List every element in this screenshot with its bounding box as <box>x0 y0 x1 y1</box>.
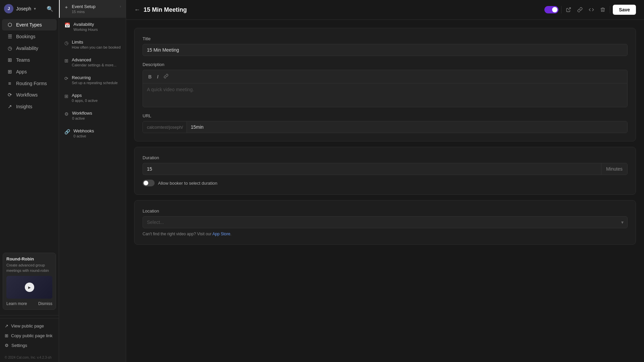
allow-duration-toggle[interactable] <box>143 180 155 186</box>
teams-icon: ⊞ <box>7 57 13 63</box>
topbar-divider-2 <box>610 6 610 13</box>
description-input[interactable]: A quick video meeting. <box>143 83 627 107</box>
copy-public-link-button[interactable]: ⊞ Copy public page link <box>2 331 57 341</box>
workflows-title: Workflows <box>72 111 92 116</box>
settings-button[interactable]: ⚙ Settings <box>2 341 57 350</box>
recurring-title: Recurring <box>72 75 118 80</box>
sidebar-item-event-types[interactable]: ⬡ Event Types <box>2 19 57 31</box>
middle-item-workflows[interactable]: ⚙ Workflows 0 active <box>59 107 126 124</box>
bold-button[interactable]: B <box>146 73 154 80</box>
learn-more-button[interactable]: Learn more <box>6 301 27 306</box>
limits-title: Limits <box>72 40 121 45</box>
middle-panel: ✦ Event Setup 15 mins › 📅 Availability W… <box>59 0 126 362</box>
app-store-text: Can't find the right video app? Visit ou… <box>143 232 628 236</box>
availability-title: Availability <box>73 22 98 27</box>
search-button[interactable]: 🔍 <box>45 4 55 13</box>
preview-button[interactable] <box>564 5 573 14</box>
delete-button[interactable] <box>598 5 607 14</box>
copyright: © 2024 Cal.com, Inc. v.4.2.3-sh <box>0 354 59 362</box>
event-types-icon: ⬡ <box>7 22 13 28</box>
save-button[interactable]: Save <box>613 5 636 15</box>
topbar: ← 15 Min Meeting <box>126 0 644 20</box>
event-setup-icon: ✦ <box>64 5 68 10</box>
availability-sub: Working Hours <box>73 27 98 32</box>
duration-unit: Minutes <box>601 163 628 175</box>
settings-icon: ⚙ <box>5 343 9 348</box>
middle-item-availability[interactable]: 📅 Availability Working Hours <box>59 18 126 36</box>
main-content: ← 15 Min Meeting <box>126 0 644 362</box>
sidebar-item-label: Workflows <box>16 92 38 98</box>
location-select[interactable]: Select... <box>143 216 628 228</box>
description-label: Description <box>143 62 628 67</box>
italic-button[interactable]: I <box>155 73 160 80</box>
app-store-link[interactable]: App Store <box>212 232 230 236</box>
allow-duration-row: Allow booker to select duration <box>143 180 628 186</box>
routing-forms-icon: ≡ <box>7 80 13 86</box>
form-content: Title Description B I A quick video meet… <box>126 20 644 258</box>
sidebar-item-insights[interactable]: ↗ Insights <box>2 101 57 112</box>
sidebar-item-label: Event Types <box>16 22 42 27</box>
sidebar-item-workflows[interactable]: ⟳ Workflows <box>2 89 57 101</box>
limits-icon: ◷ <box>64 40 68 46</box>
event-setup-title: Event Setup <box>72 4 96 9</box>
sidebar-item-bookings[interactable]: ☰ Bookings <box>2 31 57 42</box>
chevron-down-icon: ▾ <box>34 6 36 11</box>
workflows-icon: ⚙ <box>64 111 69 117</box>
advanced-title: Advanced <box>72 57 116 62</box>
external-link-icon: ↗ <box>5 323 8 328</box>
sidebar-item-label: Bookings <box>16 34 36 39</box>
dismiss-button[interactable]: Dismiss <box>38 301 52 306</box>
link-toolbar-button[interactable] <box>162 73 170 80</box>
workflows-sub: 0 active <box>72 116 92 120</box>
page-title: 15 Min Meeting <box>144 6 187 13</box>
copy-link-label: Copy public page link <box>11 333 53 338</box>
apps-icon: ⊞ <box>64 94 68 99</box>
middle-item-recurring[interactable]: ⟳ Recurring Set up a repeating schedule <box>59 71 126 89</box>
user-menu[interactable]: J Joseph ▾ 🔍 <box>0 0 59 17</box>
svg-line-0 <box>568 8 571 10</box>
sidebar-item-apps[interactable]: ⊞ Apps <box>2 66 57 77</box>
sidebar: J Joseph ▾ 🔍 ⬡ Event Types ☰ Bookings ◷ … <box>0 0 59 362</box>
duration-input[interactable] <box>143 163 601 175</box>
advanced-icon: ⊞ <box>64 58 68 63</box>
location-section: Location Select... ▾ Can't find the righ… <box>134 200 636 245</box>
description-editor: B I A quick video meeting. <box>143 70 628 107</box>
embed-button[interactable] <box>587 5 596 14</box>
middle-item-webhooks[interactable]: 🔗 Webhooks 0 active <box>59 124 126 142</box>
middle-item-advanced[interactable]: ⊞ Advanced Calendar settings & more... <box>59 53 126 71</box>
duration-label: Duration <box>143 155 628 160</box>
event-active-toggle[interactable] <box>544 6 558 13</box>
sidebar-item-teams[interactable]: ⊞ Teams <box>2 54 57 66</box>
link-button[interactable] <box>576 5 584 14</box>
availability-icon: 📅 <box>64 22 70 28</box>
promo-title: Round-Robin <box>6 256 52 261</box>
user-name: Joseph <box>16 6 31 11</box>
middle-item-apps[interactable]: ⊞ Apps 0 apps, 0 active <box>59 89 126 107</box>
workflows-icon: ⟳ <box>7 92 13 98</box>
availability-icon: ◷ <box>7 45 13 51</box>
location-label: Location <box>143 208 628 214</box>
duration-row: Minutes <box>143 163 628 175</box>
sidebar-item-label: Teams <box>16 57 30 63</box>
url-input[interactable] <box>187 121 627 133</box>
topbar-divider <box>561 6 561 13</box>
advanced-sub: Calendar settings & more... <box>72 63 116 67</box>
view-public-page-button[interactable]: ↗ View public page <box>2 321 57 331</box>
location-select-wrapper: Select... ▾ <box>143 216 628 228</box>
sidebar-item-availability[interactable]: ◷ Availability <box>2 43 57 54</box>
sidebar-item-routing-forms[interactable]: ≡ Routing Forms <box>2 78 57 89</box>
play-button[interactable]: ▶ <box>25 283 34 292</box>
sidebar-item-label: Apps <box>16 69 27 74</box>
chevron-right-icon: › <box>120 4 121 9</box>
middle-item-limits[interactable]: ◷ Limits How often you can be booked <box>59 36 126 53</box>
sidebar-item-label: Routing Forms <box>16 81 47 86</box>
title-input[interactable] <box>143 44 628 56</box>
url-label: URL <box>143 113 628 118</box>
copy-icon: ⊞ <box>5 333 8 338</box>
promo-thumbnail[interactable]: ▶ <box>6 276 52 299</box>
back-button[interactable]: ← <box>134 6 140 13</box>
promo-banner: Round-Robin Create advanced group meetin… <box>3 253 56 310</box>
title-label: Title <box>143 36 628 41</box>
sidebar-bottom: ↗ View public page ⊞ Copy public page li… <box>0 318 59 354</box>
middle-item-event-setup[interactable]: ✦ Event Setup 15 mins › <box>59 0 126 18</box>
